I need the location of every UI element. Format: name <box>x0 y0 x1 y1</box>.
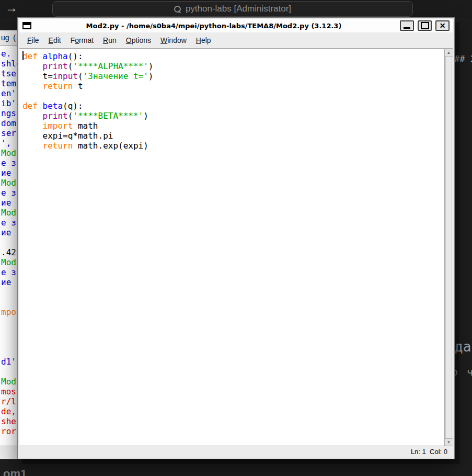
background-shell-window[interactable]: ug ( e. (shletsetempen'ib'ngsdomser:',Mo… <box>0 30 17 459</box>
search-input[interactable]: python-labs [Administrator] <box>52 1 413 17</box>
search-text: python-labs [Administrator] <box>186 4 291 14</box>
bg-window-text-fragment: d1' <box>1 357 17 367</box>
magnifier-icon <box>174 6 181 13</box>
bg-window-text-fragment: mpo <box>1 307 17 317</box>
bg-window-text-fragment: Mod: <box>1 178 17 188</box>
vertical-scrollbar[interactable]: ▲ ▼ <box>444 49 453 446</box>
minimize-button[interactable] <box>400 20 414 31</box>
bg-window-text-fragment <box>1 317 17 327</box>
bg-window-text-fragment: Mod: <box>1 208 17 218</box>
bg-window-text-fragment: ib' <box>1 98 17 108</box>
bg-window-text-fragment: е з <box>1 158 17 168</box>
scroll-down-arrow-icon[interactable]: ▼ <box>445 438 453 446</box>
bg-window-text-fragment <box>1 347 17 357</box>
bg-window-text-fragment: ие | <box>1 198 17 208</box>
menu-help[interactable]: Help <box>191 36 216 44</box>
code-line: return t <box>22 81 444 91</box>
bg-window-text-fragment: Mod: <box>1 148 17 158</box>
bg-window-text-fragment: mos <box>1 387 17 396</box>
bg-window-text-fragment: ', <box>1 138 17 148</box>
bg-window-text-fragment: ror <box>1 426 17 436</box>
menu-file[interactable]: File <box>22 36 44 44</box>
line-col-indicator: Ln: 1 Col: 0 <box>411 448 447 456</box>
status-bar: Ln: 1 Col: 0 <box>19 446 453 457</box>
code-line: import math <box>22 121 444 131</box>
bg-window-text-fragment: ие | <box>1 168 17 178</box>
editor-content: def alpha(): print('****ALPHA****') t=in… <box>19 49 453 446</box>
window-menu-icon[interactable] <box>22 22 31 29</box>
window-title: Mod2.py - /home/s0ba4/mpei/python-labs/T… <box>31 22 396 30</box>
bg-window-text-fragment: e. ( <box>1 49 17 59</box>
bg-terminal-fragment: ## 2 <box>454 54 472 64</box>
bg-window-text-fragment <box>1 237 17 247</box>
menu-bar: FileEditFormatRunOptionsWindowHelp <box>19 32 453 49</box>
bg-window-text-fragment: .42: <box>1 247 17 257</box>
bg-window-text-fragment: shle <box>1 59 17 69</box>
menu-format[interactable]: Format <box>66 36 98 44</box>
bg-window-text-fragment <box>1 337 17 347</box>
bg-window-text-fragment: dom <box>1 118 17 128</box>
taskbar: → python-labs [Administrator] <box>0 0 472 18</box>
code-line: def alpha(): <box>22 51 444 61</box>
bg-window-text-fragment: ие | <box>1 228 17 237</box>
bg-window-text-fragment <box>1 367 17 377</box>
bg-window-text-fragment <box>1 287 17 297</box>
bg-window-text-fragment: ие | <box>1 277 17 287</box>
text-caret <box>22 51 24 60</box>
bg-window-menu-fragment: ug ( <box>0 30 17 46</box>
scroll-up-arrow-icon[interactable]: ▲ <box>445 49 453 56</box>
code-line: def beta(q): <box>22 101 444 111</box>
code-line <box>22 91 444 101</box>
bg-window-text-fragment: е з <box>1 267 17 277</box>
bg-window-status-bar <box>0 446 17 459</box>
bg-window-text-fragment: tse <box>1 69 17 78</box>
code-editor[interactable]: def alpha(): print('****ALPHA****') t=in… <box>19 49 444 446</box>
bg-terminal-fragment: да <box>455 339 471 355</box>
menu-edit[interactable]: Edit <box>44 36 66 44</box>
code-line: return math.exp(expi) <box>22 141 444 151</box>
bg-window-text-fragment: Mod: <box>1 257 17 267</box>
menu-options[interactable]: Options <box>121 36 156 44</box>
bg-terminal-fragment: om1 <box>3 467 27 476</box>
bg-window-text-fragment: ngs <box>1 108 17 118</box>
scrollbar-thumb[interactable] <box>445 56 452 438</box>
close-button[interactable]: ✕ <box>435 20 450 31</box>
bg-window-text-fragment <box>1 327 17 337</box>
bg-window-text-fragment: en' <box>1 88 17 98</box>
bg-window-text-fragment: ser: <box>1 128 17 138</box>
bg-window-text-fragment: е з <box>1 218 17 228</box>
title-bar[interactable]: Mod2.py - /home/s0ba4/mpei/python-labs/T… <box>19 19 453 32</box>
bg-window-text: e. (shletsetempen'ib'ngsdomser:',Mod:е з… <box>0 46 17 446</box>
code-line: print('****ALPHA****') <box>22 61 444 71</box>
bg-window-text-fragment: de, <box>1 406 17 416</box>
bg-window-text-fragment: temp <box>1 78 17 88</box>
menu-run[interactable]: Run <box>98 36 121 44</box>
menu-window[interactable]: Window <box>156 36 191 44</box>
code-line: t=input('Значение t=') <box>22 71 444 81</box>
maximize-button[interactable] <box>418 20 432 31</box>
idle-editor-window: Mod2.py - /home/s0ba4/mpei/python-labs/T… <box>17 17 455 459</box>
bg-window-text-fragment <box>1 297 17 307</box>
bg-window-text-fragment: r/l: <box>1 396 17 406</box>
bg-window-text-fragment: Mod: <box>1 377 17 387</box>
back-arrow-icon[interactable]: → <box>5 1 18 15</box>
code-line: expi=q*math.pi <box>22 131 444 141</box>
bg-window-text-fragment: е з <box>1 188 17 198</box>
code-line: print('****BETA****') <box>22 111 444 121</box>
bg-window-text-fragment: she <box>1 416 17 426</box>
